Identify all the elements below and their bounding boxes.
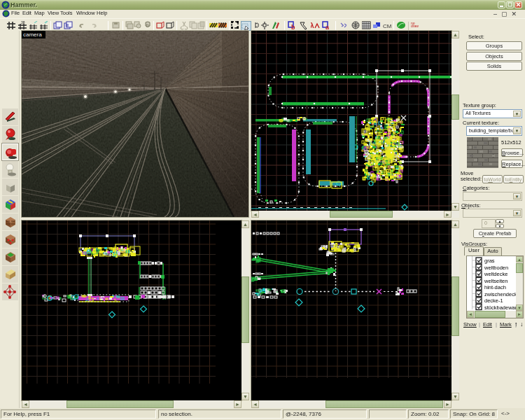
svg-text:stückbadewanr: stückbadewanr <box>484 304 520 311</box>
svg-text:38: 38 <box>21 21 25 24</box>
svg-text:gras: gras <box>484 258 495 264</box>
svg-text:λ: λ <box>311 22 314 29</box>
svg-text:hint-dach: hint-dach <box>484 284 506 290</box>
svg-text:weltdecke: weltdecke <box>484 271 507 277</box>
svg-text:b: b <box>291 24 295 30</box>
svg-text:a: a <box>326 24 330 30</box>
svg-text:decke-1: decke-1 <box>484 298 503 304</box>
svg-text:weltboden: weltboden <box>484 265 508 271</box>
svg-text:b: b <box>146 23 149 28</box>
svg-text:zwischendecke: zwischendecke <box>484 291 520 298</box>
svg-text:weltseiten: weltseiten <box>484 278 507 284</box>
